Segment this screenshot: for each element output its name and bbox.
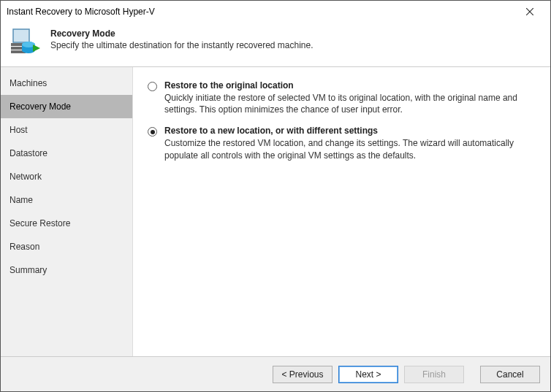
- svg-rect-2: [13, 29, 29, 42]
- sidebar-item-label: Datastore: [10, 148, 48, 158]
- button-label: Cancel: [496, 369, 523, 380]
- option-title: Restore to the original location: [164, 80, 536, 91]
- sidebar-item-datastore[interactable]: Datastore: [1, 142, 132, 165]
- option-title: Restore to a new location, or with diffe…: [164, 126, 536, 136]
- close-button[interactable]: [515, 1, 544, 22]
- sidebar-item-label: Network: [10, 172, 42, 182]
- finish-button: Finish: [404, 366, 464, 383]
- option-description: Customize the restored VM location, and …: [164, 137, 536, 161]
- page-subtitle: Specify the ultimate destination for the…: [50, 40, 314, 50]
- titlebar: Instant Recovery to Microsoft Hyper-V: [1, 1, 550, 23]
- radio-restore-original[interactable]: [148, 82, 157, 91]
- sidebar-item-label: Summary: [10, 265, 47, 275]
- sidebar-item-summary[interactable]: Summary: [1, 258, 132, 282]
- option-text: Restore to a new location, or with diffe…: [164, 126, 536, 161]
- next-button[interactable]: Next >: [338, 366, 398, 383]
- option-description: Quickly initiate the restore of selected…: [164, 92, 536, 115]
- previous-button[interactable]: < Previous: [273, 366, 332, 383]
- button-label: Finish: [422, 369, 446, 380]
- sidebar-item-machines[interactable]: Machines: [1, 72, 132, 95]
- wizard-body: Machines Recovery Mode Host Datastore Ne…: [1, 67, 550, 356]
- sidebar-item-label: Machines: [10, 78, 47, 88]
- sidebar-item-secure-restore[interactable]: Secure Restore: [1, 212, 132, 235]
- sidebar-item-name[interactable]: Name: [1, 188, 132, 212]
- sidebar-item-label: Host: [10, 125, 28, 135]
- wizard-header: Recovery Mode Specify the ultimate desti…: [1, 23, 550, 67]
- window-title: Instant Recovery to Microsoft Hyper-V: [7, 7, 515, 17]
- wizard-window: Instant Recovery to Microsoft Hyper-V Re…: [0, 0, 551, 392]
- close-icon: [526, 8, 533, 15]
- wizard-content: Restore to the original location Quickly…: [132, 67, 550, 356]
- page-title: Recovery Mode: [50, 28, 314, 39]
- button-label: Next >: [355, 369, 381, 380]
- option-restore-original[interactable]: Restore to the original location Quickly…: [148, 80, 536, 115]
- radio-restore-new[interactable]: [148, 127, 157, 137]
- sidebar-item-label: Secure Restore: [10, 218, 70, 228]
- sidebar-item-label: Reason: [10, 242, 39, 252]
- header-text: Recovery Mode Specify the ultimate desti…: [50, 27, 314, 50]
- option-restore-new[interactable]: Restore to a new location, or with diffe…: [148, 126, 536, 161]
- button-label: < Previous: [281, 369, 323, 380]
- cancel-button[interactable]: Cancel: [480, 366, 540, 383]
- sidebar-item-recovery-mode[interactable]: Recovery Mode: [1, 95, 132, 118]
- recovery-mode-icon: [11, 27, 40, 56]
- sidebar-item-label: Recovery Mode: [10, 101, 71, 112]
- sidebar-item-reason[interactable]: Reason: [1, 235, 132, 258]
- sidebar-item-host[interactable]: Host: [1, 118, 132, 142]
- wizard-footer: < Previous Next > Finish Cancel: [1, 356, 550, 391]
- wizard-sidebar: Machines Recovery Mode Host Datastore Ne…: [1, 67, 132, 356]
- option-text: Restore to the original location Quickly…: [164, 80, 536, 115]
- sidebar-item-network[interactable]: Network: [1, 165, 132, 188]
- sidebar-item-label: Name: [10, 195, 33, 205]
